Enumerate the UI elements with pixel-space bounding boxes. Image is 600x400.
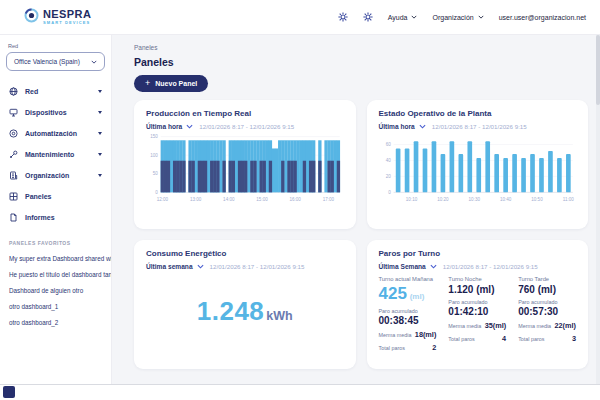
merma-media-label: Merma media [448, 323, 481, 329]
nespra-logo-icon [24, 8, 39, 27]
panels-icon [9, 192, 18, 201]
paro-acumulado-value: 01:42:10 [448, 306, 506, 317]
sidebar-item-informes[interactable]: Informes [0, 207, 111, 228]
range-label: Última hora [146, 123, 182, 130]
range-selector[interactable]: Última hora [146, 123, 193, 130]
organization-menu[interactable]: Organización [432, 14, 483, 21]
sidebar-item-paneles[interactable]: Paneles [0, 186, 111, 207]
card-title: Consumo Energético [146, 249, 344, 258]
produccion-chart: 05010015012:0013:0014:0015:0016:0017:00 [146, 132, 344, 209]
new-panel-button-label: Nuevo Panel [155, 80, 197, 87]
caret-down-icon [98, 90, 102, 93]
card-title: Estado Operativo de la Planta [379, 109, 577, 118]
paro-acumulado-label: Paro acumulado [448, 299, 506, 305]
chevron-down-icon [186, 123, 193, 130]
chevron-down-icon [430, 263, 437, 270]
shift-amount: 1.120 (ml) [448, 284, 506, 295]
brand-tagline: SMART DEVICES [43, 21, 91, 25]
help-label: Ayuda [388, 14, 408, 21]
shift-column-manana: Turno actual Mañana 425 (ml) Paro acumul… [379, 276, 437, 352]
svg-text:16:00: 16:00 [289, 197, 301, 202]
vertical-scrollbar[interactable] [596, 35, 600, 385]
scrollbar-thumb[interactable] [596, 35, 600, 105]
help-menu[interactable]: Ayuda [388, 14, 418, 21]
range-selector[interactable]: Última Semana [379, 263, 437, 270]
total-paros-label: Total paros [379, 345, 405, 351]
shift-name: Turno actual Mañana [379, 276, 437, 282]
sidebar-item-label: Organización [25, 172, 69, 179]
sidebar-item-organizacion[interactable]: Organización [0, 165, 111, 186]
gear-icon-2[interactable] [363, 12, 373, 22]
svg-text:0: 0 [388, 190, 391, 195]
breadcrumb[interactable]: Paneles [134, 44, 588, 51]
merma-media-value: 18(ml) [415, 330, 437, 339]
sidebar: Red Office Valencia (Spain) Red Disposit… [0, 35, 112, 385]
favorite-panel-item[interactable]: He puesto el título del dashboard tan... [0, 266, 111, 282]
sidebar-item-red[interactable]: Red [0, 81, 111, 102]
paro-acumulado-label: Paro acumulado [518, 299, 576, 305]
gear-icon-1[interactable] [338, 12, 348, 22]
svg-text:13:00: 13:00 [190, 197, 202, 202]
user-email[interactable]: user.user@organizacion.net [499, 14, 586, 21]
sidebar-item-label: Paneles [25, 193, 51, 200]
organization-label: Organización [432, 14, 473, 21]
svg-text:20: 20 [385, 174, 391, 179]
network-select-value: Office Valencia (Spain) [14, 58, 80, 65]
range-label: Última Semana [379, 263, 426, 270]
reports-icon [9, 213, 18, 222]
energy-value: 1.248 [197, 296, 265, 326]
svg-text:40: 40 [385, 158, 391, 163]
chevron-down-icon [91, 59, 97, 65]
paro-acumulado-value: 00:38:45 [379, 315, 437, 326]
shift-amount: 425 (ml) [379, 284, 437, 304]
svg-text:15:00: 15:00 [256, 197, 268, 202]
sidebar-item-mantenimiento[interactable]: Mantenimiento [0, 144, 111, 165]
chevron-down-icon [478, 14, 484, 20]
svg-text:50: 50 [153, 171, 159, 176]
favorite-panel-item[interactable]: My super extra Dashboard shared wit... [0, 250, 111, 266]
svg-text:150: 150 [150, 134, 158, 139]
devices-icon [9, 108, 18, 117]
card-estado: Estado Operativo de la Planta Última hor… [367, 100, 589, 229]
card-paros: Paros por Turno Última Semana 12/01/2026… [367, 240, 589, 369]
paro-acumulado-value: 00:57:30 [518, 306, 576, 317]
shift-column-noche: Turno Noche 1.120 (ml) Paro acumulado 01… [448, 276, 506, 352]
svg-text:11:00: 11:00 [562, 197, 574, 202]
merma-media-label: Merma media [518, 323, 551, 329]
sidebar-item-automatizacion[interactable]: Automatización [0, 123, 111, 144]
brand-name: NESPRA [43, 9, 91, 20]
range-selector[interactable]: Última hora [379, 123, 426, 130]
energy-unit: kWh [266, 309, 292, 323]
sidebar-item-dispositivos[interactable]: Dispositivos [0, 102, 111, 123]
new-panel-button[interactable]: + Nuevo Panel [134, 75, 208, 92]
favorite-panel-item[interactable]: otro dashboard_2 [0, 314, 111, 330]
card-produccion: Producción en Tiempo Real Última hora 12… [134, 100, 356, 229]
network-select-label: Red [8, 43, 103, 49]
svg-text:14:00: 14:00 [223, 197, 235, 202]
date-range: 12/01/2026 8:17 - 12/01/2026 9:15 [199, 123, 294, 130]
date-range: 12/01/2026 8:17 - 12/01/2026 9:15 [432, 123, 527, 130]
sidebar-item-label: Mantenimiento [25, 151, 74, 158]
shift-name: Turno Noche [448, 276, 506, 282]
favorite-panel-item[interactable]: Dashboard de alguien otro [0, 282, 111, 298]
brand-logo[interactable]: NESPRA SMART DEVICES [24, 8, 91, 27]
favorite-panel-item[interactable]: otro dashboard_1 [0, 298, 111, 314]
chevron-down-icon [411, 14, 417, 20]
network-select[interactable]: Office Valencia (Spain) [6, 52, 105, 71]
card-consumo: Consumo Energético Última semana 12/01/2… [134, 240, 356, 369]
chevron-down-icon [197, 263, 204, 270]
total-paros-value: 4 [502, 334, 506, 343]
shift-amount: 760 (ml) [518, 284, 576, 295]
merma-media-value: 22(ml) [554, 321, 576, 330]
total-paros-label: Total paros [518, 336, 544, 342]
range-selector[interactable]: Última semana [146, 263, 204, 270]
footer-logo-mark [3, 386, 15, 398]
shift-name: Turno Tarde [518, 276, 576, 282]
svg-text:10:10: 10:10 [405, 197, 417, 202]
merma-media-label: Merma media [379, 332, 412, 338]
topbar: NESPRA SMART DEVICES Ayuda Organización … [0, 0, 600, 35]
page-title: Paneles [134, 56, 588, 68]
footer-bar [0, 384, 600, 400]
sidebar-item-label: Dispositivos [25, 109, 67, 116]
maintenance-icon [9, 150, 18, 159]
